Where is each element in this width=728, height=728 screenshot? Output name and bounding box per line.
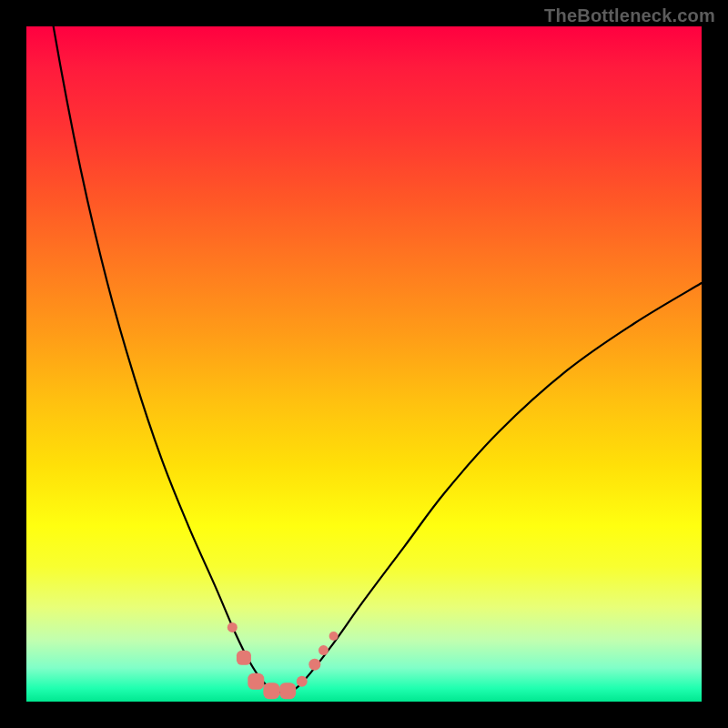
watermark-text: TheBottleneck.com: [544, 5, 715, 26]
marker-6: [297, 676, 308, 687]
main-curve: [26, 26, 702, 693]
marker-2: [237, 651, 251, 665]
marker-7: [308, 659, 320, 671]
chart-container: TheBottleneck.com: [0, 0, 728, 728]
marker-4: [263, 682, 279, 699]
marker-5: [279, 682, 296, 699]
chart-svg: [26, 26, 702, 702]
plot-area: [26, 26, 702, 702]
marker-8: [318, 645, 329, 655]
markers-group: [228, 622, 339, 699]
marker-1: [228, 622, 238, 632]
marker-9: [329, 632, 339, 641]
marker-3: [248, 673, 264, 690]
